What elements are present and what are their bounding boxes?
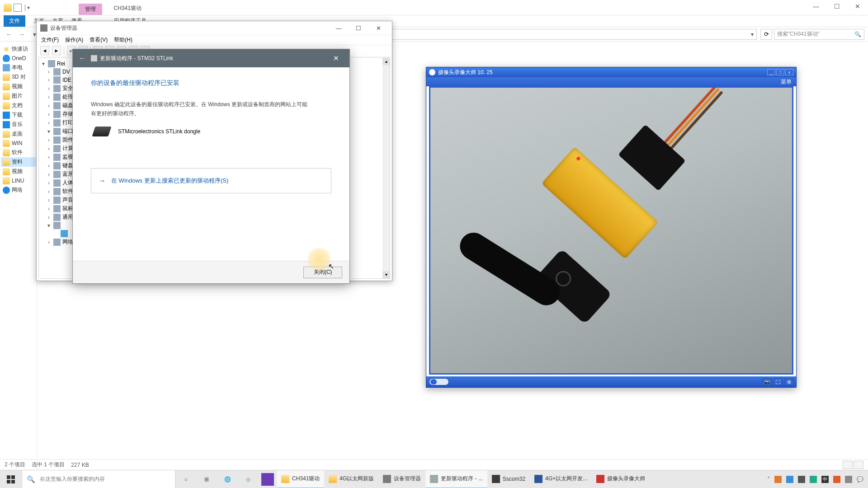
expand-icon[interactable]: ›: [46, 103, 52, 109]
expand-icon[interactable]: ›: [46, 188, 52, 195]
taskbar-app[interactable]: 4G以太网新版: [324, 470, 378, 488]
expand-icon[interactable]: ›: [46, 77, 52, 83]
explorer-search[interactable]: 搜索"CH341驱动" 🔍: [774, 29, 864, 40]
cam-titlebar[interactable]: 摄像头录像大师 10. 25 _ □ x: [426, 67, 796, 77]
expand-icon[interactable]: ›: [46, 111, 52, 117]
cam-close-button[interactable]: x: [785, 69, 793, 75]
pinned-browser[interactable]: ◎: [238, 470, 259, 488]
cam-settings-button[interactable]: ⚙: [784, 378, 793, 385]
tray-icon-6[interactable]: [833, 476, 840, 483]
minimize-button[interactable]: —: [806, 0, 826, 13]
expand-icon[interactable]: ›: [46, 145, 52, 152]
nav-item[interactable]: 视频: [1, 82, 36, 91]
nav-item[interactable]: 视频: [1, 167, 36, 176]
devmgr-menu-help[interactable]: 帮助(H): [114, 36, 132, 44]
nav-item[interactable]: WIN: [1, 139, 36, 148]
devmgr-menu-action[interactable]: 操作(A): [65, 36, 83, 44]
cam-maximize-button[interactable]: □: [776, 69, 784, 75]
expand-icon[interactable]: ›: [46, 239, 52, 245]
tray-icon-1[interactable]: [774, 476, 782, 483]
nav-item[interactable]: 下载: [1, 110, 36, 120]
expand-icon[interactable]: ›: [46, 214, 52, 221]
expand-icon[interactable]: ›: [46, 137, 52, 143]
scroll-up-button[interactable]: ▴: [382, 58, 390, 65]
tray-overflow-button[interactable]: ˄: [767, 476, 770, 483]
expand-icon[interactable]: ›: [46, 120, 52, 126]
expand-icon[interactable]: ▾: [46, 128, 52, 135]
drv-title-close-button[interactable]: ✕: [327, 49, 345, 67]
devmgr-menu-file[interactable]: 文件(F): [41, 36, 59, 44]
cortana-button[interactable]: ○: [175, 470, 196, 488]
nav-item[interactable]: 3D 对: [1, 72, 36, 82]
expand-icon[interactable]: ›: [46, 163, 52, 169]
expand-icon[interactable]: ›: [46, 94, 52, 100]
tool-back[interactable]: ◄: [40, 46, 49, 55]
devmgr-scrollbar[interactable]: ▴ ▾: [382, 58, 390, 278]
expand-icon[interactable]: ›: [46, 171, 52, 178]
view-icons-button[interactable]: [854, 461, 863, 469]
scroll-down-button[interactable]: ▾: [382, 271, 390, 278]
nav-item[interactable]: OneD: [1, 54, 36, 63]
expand-icon[interactable]: ›: [46, 197, 52, 203]
cam-fullscreen-button[interactable]: ⛶: [774, 378, 783, 385]
notifications-button[interactable]: 💬: [857, 476, 863, 483]
tray-icon-7[interactable]: [845, 476, 852, 483]
tray-icon-2[interactable]: [786, 476, 793, 483]
drv-search-windows-update[interactable]: → 在 Windows 更新上搜索已更新的驱动程序(S): [91, 168, 331, 193]
tray-icon-3[interactable]: [798, 476, 805, 483]
nav-item[interactable]: 软件: [1, 148, 36, 157]
nav-item[interactable]: 桌面: [1, 129, 36, 139]
maximize-button[interactable]: ☐: [826, 0, 847, 13]
expand-icon[interactable]: ▾: [46, 222, 52, 229]
nav-item[interactable]: 本电: [1, 63, 36, 72]
devmgr-close-button[interactable]: ✕: [368, 22, 388, 34]
pinned-app[interactable]: [261, 473, 274, 486]
pinned-explorer[interactable]: 🌐: [217, 470, 238, 488]
nav-back-button[interactable]: ←: [4, 29, 14, 40]
task-view-button[interactable]: ⊞: [196, 470, 217, 488]
taskbar-app[interactable]: Sscom32: [487, 470, 530, 488]
expand-icon[interactable]: ›: [46, 180, 52, 186]
expand-icon[interactable]: ›: [46, 85, 52, 92]
close-button[interactable]: ✕: [847, 0, 868, 13]
expand-icon[interactable]: ›: [46, 154, 52, 160]
expand-icon[interactable]: ›: [46, 69, 52, 75]
devmgr-menu-view[interactable]: 查看(V): [90, 36, 108, 44]
expand-icon[interactable]: ▾: [41, 61, 46, 67]
nav-item[interactable]: 文档: [1, 101, 36, 110]
tray-icon-4[interactable]: [810, 476, 817, 483]
cam-snapshot-button[interactable]: 📷: [763, 378, 772, 385]
tool-fwd[interactable]: ►: [52, 46, 61, 55]
nav-item[interactable]: 网络: [1, 185, 36, 195]
devmgr-minimize-button[interactable]: —: [329, 22, 349, 34]
taskbar-app[interactable]: 设备管理器: [378, 470, 425, 488]
cam-menu-button[interactable]: 菜单: [781, 78, 792, 86]
qat-overflow[interactable]: │▾: [24, 5, 30, 11]
nav-forward-button[interactable]: →: [16, 29, 27, 40]
start-button[interactable]: [0, 470, 22, 488]
taskbar-search[interactable]: 🔍 在这里输入你要搜索的内容: [22, 470, 175, 488]
address-dropdown-icon[interactable]: ▾: [751, 31, 754, 38]
ribbon-tab-file[interactable]: 文件: [4, 15, 25, 27]
devmgr-titlebar[interactable]: 设备管理器 — ☐ ✕: [37, 21, 392, 35]
drv-titlebar[interactable]: ← 更新驱动程序 - STM32 STLink ✕: [73, 49, 349, 67]
taskbar-app[interactable]: CH341驱动: [277, 470, 324, 488]
navigation-pane[interactable]: 快速访OneD本电3D 对视频图片文档下载音乐桌面WIN软件资料视频LINU网络: [0, 42, 37, 470]
refresh-button[interactable]: ⟳: [760, 29, 772, 40]
nav-item[interactable]: 音乐: [1, 120, 36, 129]
expand-icon[interactable]: ›: [46, 206, 52, 212]
tray-ime-icon[interactable]: 中: [821, 476, 829, 483]
cam-record-toggle[interactable]: [429, 378, 449, 385]
nav-item[interactable]: 图片: [1, 91, 36, 101]
devmgr-maximize-button[interactable]: ☐: [349, 22, 368, 34]
drv-back-button[interactable]: ←: [77, 53, 87, 63]
nav-item[interactable]: 资料: [1, 157, 36, 167]
nav-item[interactable]: 快速访: [1, 44, 36, 54]
drv-close-button[interactable]: 关闭(C): [303, 267, 342, 278]
taskbar-app[interactable]: 4G+以太网开发...: [530, 470, 592, 488]
cam-minimize-button[interactable]: _: [767, 69, 775, 75]
view-details-button[interactable]: [843, 461, 853, 469]
taskbar-app[interactable]: 更新驱动程序 - ...: [425, 470, 487, 488]
nav-item[interactable]: LINU: [1, 176, 36, 185]
taskbar-app[interactable]: 摄像头录像大师: [592, 470, 650, 488]
